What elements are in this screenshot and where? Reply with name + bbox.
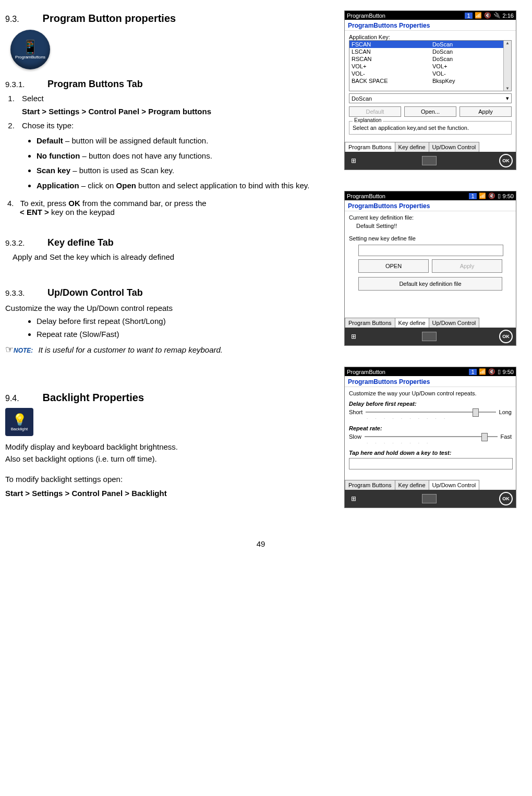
repeat-slider[interactable]: Slow Fast bbox=[349, 433, 512, 440]
tab[interactable]: Up/Down Control bbox=[429, 318, 480, 328]
window-header: ProgramButtons Properties bbox=[345, 376, 516, 387]
function-combo[interactable]: DoScan ▾ bbox=[349, 93, 512, 103]
list-row[interactable]: VOL-VOL- bbox=[349, 70, 511, 77]
chevron-down-icon: ▾ bbox=[506, 95, 509, 102]
lightbulb-icon: 💡 bbox=[13, 413, 27, 427]
clock: 9:50 bbox=[503, 193, 514, 199]
open-button[interactable]: Open... bbox=[404, 106, 456, 117]
updown-bullet-1: Delay before first repeat (Short/Long) bbox=[37, 317, 334, 325]
note-label: NOTE: bbox=[14, 347, 33, 354]
heading-title: Backlight Properties bbox=[43, 392, 144, 403]
titlebar: ProgramButton 1 📶 🔇 🔌 2:16 bbox=[345, 11, 516, 20]
explanation-group: Explanation Select an application key,an… bbox=[349, 121, 512, 135]
signal-icon: 📶 bbox=[479, 192, 486, 199]
command-bar: ⊞ OK bbox=[345, 152, 516, 170]
slider-ticks: · · · · · · · · bbox=[367, 441, 512, 445]
tab[interactable]: Up/Down Control bbox=[429, 480, 480, 490]
list-row[interactable]: RSCANDoScan bbox=[349, 55, 511, 63]
keyboard-icon[interactable] bbox=[422, 332, 437, 341]
status-icon: 1 bbox=[465, 13, 472, 19]
updown-bullet-2: Repeat rate (Slow/Fast) bbox=[37, 330, 334, 339]
step-4: 4. To exit, press OK from the command ba… bbox=[7, 199, 334, 216]
open-button[interactable]: OPEN bbox=[358, 259, 429, 273]
page-number: 49 bbox=[5, 539, 516, 548]
icon-label: ProgramButtons bbox=[15, 55, 45, 59]
bullet-scan-key: Scan key – button is used as Scan key. bbox=[37, 165, 334, 177]
label-delay: Delay before first repeat: bbox=[349, 401, 512, 407]
bullet-no-function: No function – button does not have any f… bbox=[37, 150, 334, 162]
backlight-icon: 💡 Backlight bbox=[5, 408, 33, 436]
list-row[interactable]: VOL+VOL+ bbox=[349, 63, 511, 70]
app-title: ProgramButton bbox=[347, 369, 385, 375]
heading-9-3-2: 9.3.2. Key define Tab bbox=[5, 237, 334, 248]
pointing-hand-icon: ☞ bbox=[5, 344, 14, 355]
label-new-file: Setting new key define file bbox=[349, 235, 512, 242]
backlight-p2: Also set backlight options (i.e. turn of… bbox=[5, 453, 334, 464]
start-icon[interactable]: ⊞ bbox=[348, 494, 359, 503]
heading-title: Up/Down Control Tab bbox=[47, 287, 143, 298]
signal-icon: 📶 bbox=[475, 12, 482, 19]
tab[interactable]: Program Buttons bbox=[345, 318, 395, 328]
delay-slider[interactable]: Short Long bbox=[349, 409, 512, 415]
heading-9-3-1: 9.3.1. Program Buttons Tab bbox=[5, 79, 334, 90]
backlight-path: Start > Settings > Control Panel > Backl… bbox=[5, 488, 334, 499]
updown-intro: Customize the way the Up/Down control re… bbox=[5, 303, 334, 313]
apply-button[interactable]: Apply bbox=[432, 259, 502, 273]
battery-icon: ▯ bbox=[498, 192, 501, 199]
intro-text: Customize the way your Up/Down control r… bbox=[349, 390, 512, 396]
tab[interactable]: Key define bbox=[395, 142, 429, 152]
status-icon: 1 bbox=[469, 369, 476, 375]
tab[interactable]: Up/Down Control bbox=[429, 142, 480, 152]
step-2: Chose its type: bbox=[17, 121, 334, 130]
tab[interactable]: Program Buttons bbox=[345, 142, 395, 152]
heading-9-3: 9.3. Program Button properties bbox=[5, 13, 334, 25]
application-key-list[interactable]: FSCANDoScanLSCANDoScanRSCANDoScanVOL+VOL… bbox=[349, 40, 512, 91]
heading-num: 9.3. bbox=[5, 15, 29, 24]
app-title: ProgramButton bbox=[347, 193, 385, 199]
tab-strip: Program ButtonsKey defineUp/Down Control bbox=[345, 318, 516, 328]
clock: 9:50 bbox=[503, 369, 514, 375]
tab[interactable]: Program Buttons bbox=[345, 480, 395, 490]
keyboard-icon[interactable] bbox=[422, 156, 437, 165]
heading-9-3-3: 9.3.3. Up/Down Control Tab bbox=[5, 287, 334, 298]
screenshot-program-buttons: ProgramButton 1 📶 🔇 🔌 2:16 ProgramButton… bbox=[344, 10, 516, 170]
tab-strip: Program ButtonsKey defineUp/Down Control bbox=[345, 142, 516, 152]
keyboard-icon[interactable] bbox=[422, 494, 437, 503]
tab[interactable]: Key define bbox=[395, 480, 429, 490]
backlight-p3: To modify backlight settings open: bbox=[5, 474, 334, 485]
heading-title: Program Buttons Tab bbox=[47, 79, 143, 89]
list-row[interactable]: FSCANDoScan bbox=[349, 41, 511, 48]
default-file-button[interactable]: Default key definition file bbox=[358, 277, 502, 291]
tab[interactable]: Key define bbox=[395, 318, 429, 328]
titlebar: ProgramButton 1 📶 🔇 ▯ 9:50 bbox=[345, 191, 516, 200]
start-icon[interactable]: ⊞ bbox=[348, 156, 359, 165]
battery-icon: 🔌 bbox=[493, 12, 501, 19]
command-bar: ⊞ OK bbox=[345, 490, 516, 508]
apply-button[interactable]: Apply bbox=[460, 106, 512, 117]
window-header: ProgramButtons Properties bbox=[345, 200, 516, 211]
list-row[interactable]: BACK SPACEBkspKey bbox=[349, 77, 511, 85]
note: ☞NOTE: It is useful for a customer to wa… bbox=[5, 344, 334, 355]
screenshot-key-define: ProgramButton 1 📶 🔇 ▯ 9:50 ProgramButton… bbox=[344, 191, 516, 346]
explanation-text: Select an application key,and set the fu… bbox=[353, 125, 469, 131]
volume-icon: 🔇 bbox=[484, 12, 491, 19]
heading-num: 9.4. bbox=[5, 394, 29, 403]
signal-icon: 📶 bbox=[479, 368, 486, 375]
status-icon: 1 bbox=[469, 193, 476, 199]
key-define-text: Apply and Set the key which is already d… bbox=[13, 252, 334, 261]
list-row[interactable]: LSCANDoScan bbox=[349, 48, 511, 55]
ok-button[interactable]: OK bbox=[499, 330, 513, 343]
heading-num: 9.3.3. bbox=[5, 288, 32, 297]
backlight-p1: Modify display and keyboard backlight br… bbox=[5, 441, 334, 452]
file-input[interactable] bbox=[358, 245, 503, 256]
start-icon[interactable]: ⊞ bbox=[348, 332, 359, 341]
heading-num: 9.3.1. bbox=[5, 80, 32, 89]
heading-title: Key define Tab bbox=[47, 237, 114, 248]
test-input[interactable] bbox=[349, 458, 513, 469]
scrollbar[interactable]: ▲▼ bbox=[503, 41, 511, 91]
ok-button[interactable]: OK bbox=[499, 492, 513, 505]
label-test: Tap here and hold down a key to test: bbox=[349, 450, 512, 456]
default-button[interactable]: Default bbox=[349, 106, 401, 117]
device-icon: 📱 bbox=[22, 40, 39, 54]
ok-button[interactable]: OK bbox=[499, 154, 513, 167]
